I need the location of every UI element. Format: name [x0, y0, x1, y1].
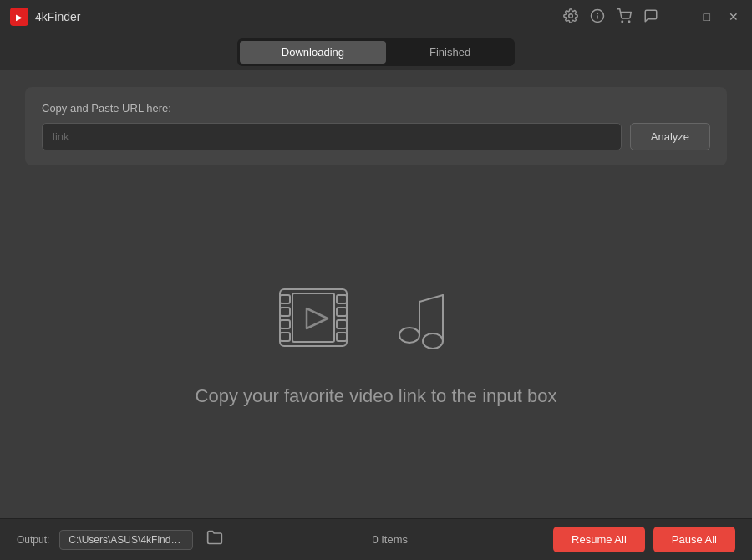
url-row: Analyze [42, 123, 710, 150]
tabbar: Downloading Finished [0, 33, 752, 70]
titlebar-left: 4kFinder [10, 8, 80, 26]
svg-rect-11 [337, 295, 347, 303]
folder-open-icon[interactable] [203, 527, 226, 552]
svg-rect-7 [280, 295, 290, 303]
cart-icon[interactable] [617, 8, 632, 26]
output-path[interactable]: C:\Users\ASUS\4kFinder\Do... [59, 530, 193, 550]
empty-state: Copy your favorite video link to the inp… [25, 174, 727, 510]
svg-rect-13 [337, 320, 347, 328]
close-button[interactable]: ✕ [725, 8, 742, 25]
svg-point-20 [423, 333, 443, 349]
svg-point-0 [568, 13, 572, 18]
main-content: Copy and Paste URL here: Analyze [0, 70, 752, 518]
url-section: Copy and Paste URL here: Analyze [25, 87, 727, 165]
titlebar: 4kFinder [0, 0, 752, 33]
chat-icon[interactable] [643, 8, 658, 26]
items-count: 0 Items [236, 533, 543, 546]
settings-icon[interactable] [563, 8, 578, 26]
titlebar-right: — □ ✕ [563, 8, 742, 26]
pause-all-button[interactable]: Pause All [653, 527, 735, 552]
svg-rect-12 [337, 308, 347, 316]
video-icon [276, 277, 368, 360]
svg-rect-9 [280, 320, 290, 328]
tab-group: Downloading Finished [237, 38, 515, 66]
bottom-buttons: Resume All Pause All [553, 527, 735, 552]
tab-downloading[interactable]: Downloading [240, 41, 386, 64]
empty-icons [276, 277, 476, 360]
svg-line-19 [419, 295, 443, 302]
output-label: Output: [17, 534, 49, 546]
tab-finished[interactable]: Finished [388, 41, 512, 64]
music-icon [384, 277, 476, 360]
resume-all-button[interactable]: Resume All [553, 527, 645, 552]
svg-point-5 [628, 21, 630, 23]
analyze-button[interactable]: Analyze [630, 123, 710, 150]
info-icon[interactable] [590, 8, 605, 26]
svg-point-17 [399, 328, 419, 343]
empty-message: Copy your favorite video link to the inp… [196, 385, 557, 407]
url-label: Copy and Paste URL here: [42, 102, 710, 115]
svg-rect-8 [280, 308, 290, 316]
minimize-button[interactable]: — [670, 8, 688, 25]
bottombar: Output: C:\Users\ASUS\4kFinder\Do... 0 I… [0, 518, 752, 560]
svg-point-4 [622, 21, 623, 23]
svg-rect-10 [280, 333, 290, 341]
svg-rect-14 [337, 333, 347, 341]
app-logo [10, 8, 28, 26]
url-input[interactable] [42, 123, 622, 150]
app-title: 4kFinder [35, 10, 80, 23]
svg-marker-16 [307, 308, 328, 328]
maximize-button[interactable]: □ [700, 8, 714, 25]
